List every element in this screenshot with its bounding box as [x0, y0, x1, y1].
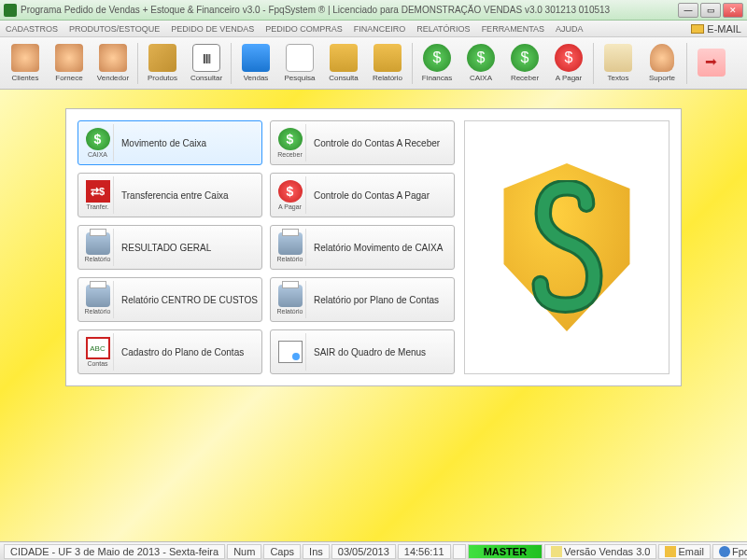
minimize-button[interactable]: —	[678, 3, 698, 18]
toolbar-label: Vendedor	[97, 74, 129, 82]
panel-btn-text: Transferencia entre Caixa	[121, 190, 229, 201]
ic-scroll-icon	[604, 44, 632, 72]
menu-pedido-compras[interactable]: PEDIDO COMPRAS	[265, 24, 343, 34]
ic-report-icon	[374, 44, 402, 72]
toolbar-financas[interactable]: $Financas	[416, 40, 458, 87]
toolbar-label: Consultar	[190, 74, 222, 82]
toolbar-label: Clientes	[12, 74, 39, 82]
panel-btn-text: SAIR do Quadro de Menus	[314, 347, 426, 357]
panel-btn-8[interactable]: ABCContasCadastro do Plano de Contas	[78, 329, 262, 374]
close-button[interactable]: ✕	[723, 3, 743, 18]
menu-ajuda[interactable]: AJUDA	[556, 24, 584, 34]
ic-folder-icon	[330, 44, 358, 72]
toolbar-suporte[interactable]: Suporte	[641, 40, 684, 87]
status-email[interactable]: Email	[658, 544, 711, 559]
toolbar-consulta[interactable]: Consulta	[322, 40, 365, 87]
menu-cadastros[interactable]: CADASTROS	[6, 24, 58, 34]
panel-btn-5[interactable]: RelatórioRelatório Movimento de CAIXA	[270, 225, 455, 270]
toolbar-caixa[interactable]: $CAIXA	[459, 40, 502, 87]
toolbar-label: Vendas	[244, 74, 269, 82]
globe-icon	[719, 546, 730, 557]
ic-dollar-icon: $	[511, 44, 539, 72]
panel-btn-icon-box: Relatório	[275, 229, 306, 266]
toolbar-vendedor[interactable]: Vendedor	[92, 40, 134, 87]
menubar: CADASTROS PRODUTOS/ESTOQUE PEDIDO DE VEN…	[0, 21, 747, 37]
content-area: $CAIXAMovimento de Caixa$ReceberControle…	[0, 90, 747, 541]
toolbar-receber[interactable]: $Receber	[503, 40, 546, 87]
panel-btn-1[interactable]: $ReceberControle do Contas A Receber	[270, 120, 455, 165]
notes-icon	[551, 546, 562, 557]
toolbar-exit[interactable]: ⮕	[690, 40, 733, 87]
toolbar-label: Textos	[607, 74, 628, 82]
email-button[interactable]: E-MAIL	[691, 23, 741, 35]
toolbar-separator	[593, 43, 594, 84]
ic-dollar-icon: $	[467, 44, 495, 72]
panel-btn-3[interactable]: $A PagarControle do Contas A Pagar	[270, 173, 455, 217]
toolbar-textos[interactable]: Textos	[597, 40, 640, 87]
shield-logo	[497, 163, 637, 331]
ic-printer-icon	[278, 285, 303, 307]
status-num: Num	[227, 544, 261, 559]
panel-btn-icon-label: Relatório	[276, 308, 303, 315]
panel-btn-7[interactable]: RelatórioRelatório por Plano de Contas	[270, 277, 455, 322]
panel-btn-icon-label: Contas	[87, 360, 107, 367]
menu-produtos[interactable]: PRODUTOS/ESTOQUE	[69, 24, 160, 34]
status-company[interactable]: FpqSystem	[712, 544, 747, 559]
panel-btn-icon-box: ABCContas	[82, 333, 114, 371]
panel-btn-text: Controle do Contas A Pagar	[314, 190, 430, 201]
panel-btn-icon-box: ⇄$Tranfer.	[82, 176, 114, 214]
panel-btn-text: RESULTADO GERAL	[121, 243, 211, 253]
ic-person-icon	[55, 44, 83, 72]
toolbar-relatório[interactable]: Relatório	[366, 40, 409, 87]
status-version: Versão Vendas 3.0	[544, 544, 656, 559]
maximize-button[interactable]: ▭	[700, 3, 721, 18]
status-caps: Caps	[263, 544, 301, 559]
toolbar-pesquisa[interactable]: Pesquisa	[278, 40, 321, 87]
toolbar-label: Relatório	[373, 74, 402, 82]
toolbar-clientes[interactable]: Clientes	[4, 40, 47, 87]
panel-btn-icon-box: Relatório	[82, 229, 114, 266]
status-ins: Ins	[303, 544, 330, 559]
menu-ferramentas[interactable]: FERRAMENTAS	[482, 24, 544, 34]
menu-financeiro[interactable]: FINANCEIRO	[354, 24, 406, 34]
toolbar-separator	[686, 43, 687, 84]
email-icon	[691, 24, 704, 34]
menu-panel: $CAIXAMovimento de Caixa$ReceberControle…	[65, 108, 682, 386]
ic-barcode-icon: |||||	[192, 44, 220, 72]
status-blank	[453, 544, 466, 559]
ic-dollar-icon: $	[86, 128, 110, 150]
panel-btn-icon-label: Receber	[277, 151, 302, 158]
titlebar-text: Programa Pedido de Vendas + Estoque & Fi…	[21, 5, 678, 15]
toolbar-vendas[interactable]: Vendas	[234, 40, 277, 87]
statusbar: CIDADE - UF 3 de Maio de 2013 - Sexta-fe…	[0, 541, 747, 560]
toolbar-consultar[interactable]: |||||Consultar	[185, 40, 228, 87]
panel-btn-0[interactable]: $CAIXAMovimento de Caixa	[78, 120, 262, 165]
toolbar-produtos[interactable]: Produtos	[141, 40, 184, 87]
app-icon	[4, 4, 17, 17]
panel-btn-icon-label: Relatório	[84, 256, 110, 262]
toolbar-fornece[interactable]: Fornece	[48, 40, 91, 87]
dollar-s-icon	[518, 180, 616, 315]
panel-btn-9[interactable]: SAIR do Quadro de Menus	[270, 329, 455, 374]
status-master: MASTER	[468, 544, 543, 559]
mail-icon	[665, 546, 676, 557]
ic-exit-icon: ⮕	[698, 49, 726, 77]
toolbar-a pagar[interactable]: $A Pagar	[547, 40, 590, 87]
panel-btn-4[interactable]: RelatórioRESULTADO GERAL	[78, 225, 262, 270]
ic-screen-icon	[242, 44, 270, 72]
menu-grid: $CAIXAMovimento de Caixa$ReceberControle…	[78, 120, 455, 374]
panel-btn-icon-box: $Receber	[275, 124, 306, 161]
menu-pedido-vendas[interactable]: PEDIDO DE VENDAS	[171, 24, 254, 34]
ic-person-icon	[99, 44, 127, 72]
toolbar: ClientesForneceVendedorProdutos|||||Cons…	[0, 37, 747, 90]
ic-support-icon	[650, 44, 674, 72]
panel-btn-icon-label: Tranfer.	[87, 203, 109, 210]
toolbar-label: A Pagar	[556, 74, 582, 82]
panel-btn-icon-label: A Pagar	[278, 203, 302, 210]
toolbar-label: CAIXA	[470, 74, 492, 82]
toolbar-separator	[137, 43, 138, 84]
toolbar-label: Financas	[422, 74, 452, 82]
panel-btn-6[interactable]: RelatórioRelatório CENTRO DE CUSTOS	[78, 277, 262, 322]
panel-btn-2[interactable]: ⇄$Tranfer.Transferencia entre Caixa	[78, 173, 262, 217]
menu-relatorios[interactable]: RELATÓRIOS	[416, 24, 470, 34]
